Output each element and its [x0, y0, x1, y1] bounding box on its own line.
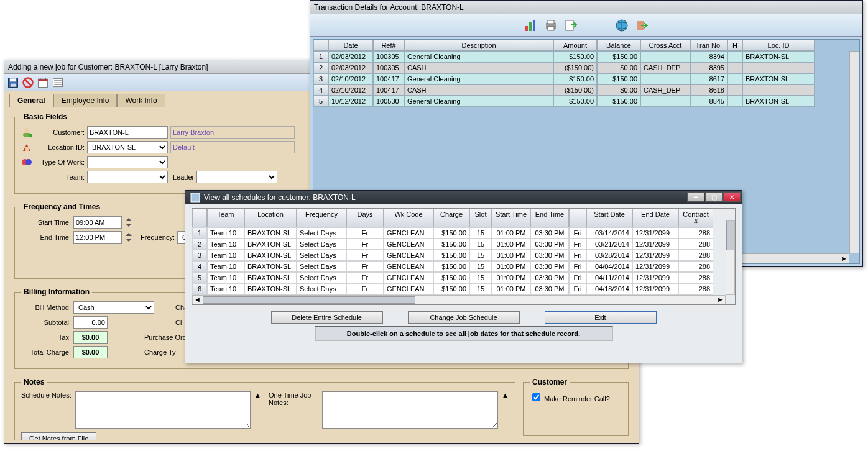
cell-team[interactable]: Team 10	[207, 227, 244, 239]
cell-charge[interactable]: $150.00	[433, 250, 469, 261]
cell-end[interactable]: 03:30 PM	[530, 283, 569, 294]
cell-balance[interactable]: $150.00	[597, 51, 640, 62]
row-header[interactable]: 6	[192, 283, 207, 294]
cell-slot[interactable]: 15	[469, 283, 492, 294]
cell-end[interactable]: 03:30 PM	[530, 250, 569, 261]
column-header[interactable]: Days	[346, 209, 384, 227]
cell-wk[interactable]: GENCLEAN	[384, 250, 433, 261]
cell-start[interactable]: 01:00 PM	[492, 283, 530, 294]
cell-days[interactable]: Fr	[346, 272, 384, 283]
print-icon[interactable]	[544, 19, 558, 32]
scroll-thumb[interactable]	[203, 296, 415, 304]
cell-enddate[interactable]: 12/31/2099	[632, 239, 678, 250]
row-header[interactable]: 4	[192, 261, 207, 272]
cancel-icon[interactable]	[22, 76, 34, 89]
cell-team[interactable]: Team 10	[207, 239, 244, 250]
cell-loc[interactable]: BRAXTON-SL	[742, 73, 815, 84]
cell-charge[interactable]: $150.00	[433, 272, 469, 283]
cell-end[interactable]: 03:30 PM	[530, 261, 569, 272]
cell-h[interactable]	[727, 62, 742, 73]
cell-cross[interactable]	[640, 73, 690, 84]
cell-enddate[interactable]: 12/31/2099	[632, 250, 678, 261]
cell-charge[interactable]: $150.00	[433, 261, 469, 272]
minimize-button[interactable]: ━	[687, 192, 704, 202]
refresh-icon[interactable]	[635, 19, 649, 32]
row-header[interactable]: 3	[313, 73, 328, 84]
cell-desc[interactable]: General Cleaning	[404, 51, 553, 62]
cell-dow[interactable]: Fri	[569, 272, 586, 283]
schedule-notes[interactable]	[75, 391, 251, 429]
save-icon[interactable]	[7, 76, 19, 89]
cell-start[interactable]: 01:00 PM	[492, 250, 530, 261]
typework-select[interactable]	[87, 156, 168, 168]
cell-amount[interactable]: ($150.00)	[553, 62, 597, 73]
cell-tran[interactable]: 8394	[690, 51, 727, 62]
cell-h[interactable]	[727, 84, 742, 96]
cell-loc[interactable]	[742, 62, 815, 73]
globe-icon[interactable]	[615, 19, 629, 32]
cell-start[interactable]: 01:00 PM	[492, 261, 530, 272]
cell-amount[interactable]: $150.00	[553, 96, 597, 107]
cell-enddate[interactable]: 12/31/2099	[632, 227, 678, 239]
cell-ref[interactable]: 100305	[373, 62, 404, 73]
column-header[interactable]: Balance	[597, 40, 640, 51]
cell-enddate[interactable]: 12/31/2099	[632, 283, 678, 294]
cell-start[interactable]: 01:00 PM	[492, 272, 530, 283]
cell-startdate[interactable]: 04/18/2014	[586, 283, 632, 294]
cell-loc[interactable]	[742, 84, 815, 96]
cell-loc[interactable]: BRAXTON-SL	[244, 250, 297, 261]
cell-freq[interactable]: Select Days	[297, 261, 346, 272]
spinner-icon[interactable]	[124, 231, 133, 244]
sched-grid[interactable]: TeamLocationFrequencyDaysWk CodeChargeSl…	[192, 209, 735, 305]
cell-freq[interactable]: Select Days	[297, 283, 346, 294]
scroll-up-icon[interactable]: ▲	[502, 391, 509, 429]
cell-freq[interactable]: Select Days	[297, 227, 346, 239]
cell-contract[interactable]: 288	[678, 261, 713, 272]
tab-work[interactable]: Work Info	[117, 94, 165, 107]
cell-loc[interactable]: BRAXTON-SL	[742, 96, 815, 107]
cell-charge[interactable]: $150.00	[433, 227, 469, 239]
cell-h[interactable]	[727, 51, 742, 62]
end-time-input[interactable]	[73, 231, 122, 244]
cell-balance[interactable]: $0.00	[597, 84, 640, 96]
row-header[interactable]: 1	[313, 51, 328, 62]
cell-date[interactable]: 02/03/2012	[328, 62, 373, 73]
cell-desc[interactable]: CASH	[404, 62, 553, 73]
column-header[interactable]: Description	[404, 40, 553, 51]
cell-loc[interactable]: BRAXTON-SL	[244, 261, 297, 272]
cell-tran[interactable]: 8618	[690, 84, 727, 96]
cell-wk[interactable]: GENCLEAN	[384, 283, 433, 294]
row-header[interactable]: 2	[313, 62, 328, 73]
cell-tran[interactable]: 8617	[690, 73, 727, 84]
close-button[interactable]: ✕	[723, 192, 741, 202]
cell-days[interactable]: Fr	[346, 239, 384, 250]
row-header[interactable]: 4	[313, 84, 328, 96]
cell-ref[interactable]: 100305	[373, 51, 404, 62]
scroll-right-icon[interactable]: ►	[841, 255, 847, 262]
cell-date[interactable]: 02/03/2012	[328, 51, 373, 62]
column-header[interactable]: Ref#	[373, 40, 404, 51]
column-header[interactable]: End Time	[530, 209, 569, 227]
cell-end[interactable]: 03:30 PM	[530, 272, 569, 283]
row-header[interactable]: 2	[192, 239, 207, 250]
cell-tran[interactable]: 8395	[690, 62, 727, 73]
location-select[interactable]: BRAXTON-SL	[87, 141, 168, 153]
get-notes-button[interactable]: Get Notes from File	[21, 432, 96, 440]
cell-team[interactable]: Team 10	[207, 272, 244, 283]
column-header[interactable]: H	[727, 40, 742, 51]
one-time-notes[interactable]	[322, 391, 498, 429]
cell-date[interactable]: 02/10/2012	[328, 84, 373, 96]
cell-contract[interactable]: 288	[678, 283, 713, 294]
list-icon[interactable]	[52, 76, 64, 89]
tx-title-bar[interactable]: Transaction Details for Account: BRAXTON…	[310, 1, 862, 14]
cell-wk[interactable]: GENCLEAN	[384, 239, 433, 250]
cell-dow[interactable]: Fri	[569, 261, 586, 272]
cell-amount[interactable]: $150.00	[553, 51, 597, 62]
column-header[interactable]	[569, 209, 586, 227]
cell-cross[interactable]: CASH_DEP	[640, 62, 690, 73]
row-header[interactable]: 5	[192, 272, 207, 283]
cell-end[interactable]: 03:30 PM	[530, 227, 569, 239]
cell-loc[interactable]: BRAXTON-SL	[742, 51, 815, 62]
cell-amount[interactable]: $150.00	[553, 73, 597, 84]
column-header[interactable]: Slot	[469, 209, 492, 227]
